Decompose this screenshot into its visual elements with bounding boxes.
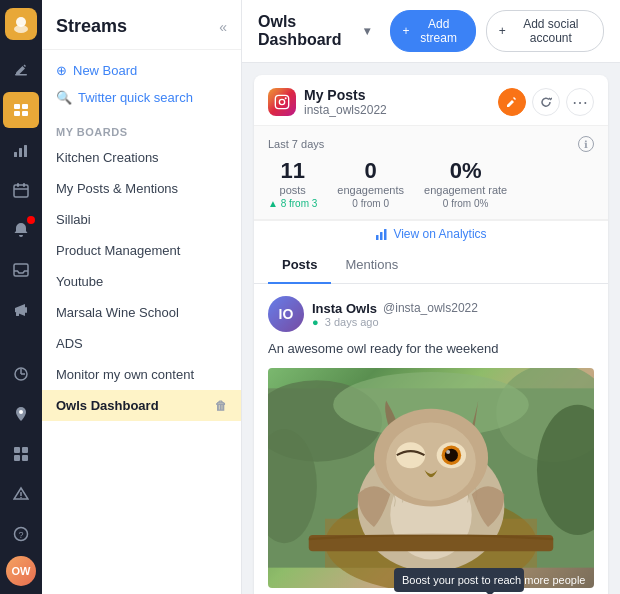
- compose-icon[interactable]: [3, 52, 39, 88]
- stat-rate-value: 0%: [424, 160, 507, 182]
- sidebar-item-marsala[interactable]: Marsala Wine School: [42, 297, 241, 328]
- refresh-stream-btn[interactable]: [532, 88, 560, 116]
- analytics-icon[interactable]: [3, 132, 39, 168]
- post-text: An awesome owl ready for the weekend: [268, 340, 594, 358]
- inbox-icon[interactable]: [3, 252, 39, 288]
- post-author-avatar: IO: [268, 296, 304, 332]
- reports-icon[interactable]: [3, 356, 39, 392]
- svg-rect-13: [14, 264, 28, 276]
- svg-rect-5: [14, 111, 20, 116]
- svg-text:?: ?: [19, 530, 24, 540]
- icon-bar: ? OW: [0, 0, 42, 594]
- svg-point-24: [20, 497, 22, 499]
- svg-point-17: [19, 410, 23, 414]
- svg-rect-31: [380, 232, 383, 240]
- plus-icon: +: [499, 24, 506, 38]
- add-social-btn[interactable]: + Add social account: [486, 10, 604, 52]
- stream-title-row: My Posts insta_owls2022: [268, 87, 387, 117]
- svg-rect-20: [14, 455, 20, 461]
- location-icon[interactable]: [3, 396, 39, 432]
- svg-point-49: [446, 450, 450, 454]
- main-content: Owls Dashboard ▾ + Add stream + Add soci…: [242, 0, 620, 594]
- instagram-icon: [268, 88, 296, 116]
- stat-rate-label: engagement rate: [424, 184, 507, 196]
- post-tabs: Posts Mentions: [254, 247, 608, 284]
- my-boards-label: MY BOARDS: [42, 118, 241, 142]
- alerts-icon[interactable]: [3, 476, 39, 512]
- view-analytics-btn[interactable]: View on Analytics: [254, 220, 608, 247]
- svg-point-29: [285, 97, 287, 99]
- topbar-chevron-icon[interactable]: ▾: [364, 24, 370, 38]
- topbar: Owls Dashboard ▾ + Add stream + Add soci…: [242, 0, 620, 63]
- svg-rect-19: [22, 447, 28, 453]
- edit-stream-btn[interactable]: [498, 88, 526, 116]
- stream-card-actions: ⋯: [498, 88, 594, 116]
- stat-engagements-value: 0: [337, 160, 404, 182]
- svg-rect-18: [14, 447, 20, 453]
- svg-rect-8: [19, 148, 22, 157]
- calendar-icon[interactable]: [3, 172, 39, 208]
- campaigns-icon[interactable]: [3, 292, 39, 328]
- new-board-btn[interactable]: ⊕ New Board: [56, 60, 227, 81]
- stats-row: 11 posts ▲ 8 from 3 0 engagements 0 from…: [268, 160, 594, 209]
- sidebar-item-ads[interactable]: ADS: [42, 328, 241, 359]
- post-image: [268, 368, 594, 588]
- stat-engagements-change: 0 from 0: [337, 198, 404, 209]
- svg-rect-15: [16, 312, 19, 316]
- svg-rect-7: [14, 152, 17, 157]
- add-stream-btn[interactable]: + Add stream: [390, 10, 476, 52]
- plus-icon: ⊕: [56, 63, 67, 78]
- content-area: My Posts insta_owls2022 ⋯ Las: [242, 63, 620, 594]
- help-icon[interactable]: ?: [3, 516, 39, 552]
- more-options-btn[interactable]: ⋯: [566, 88, 594, 116]
- svg-rect-30: [376, 235, 379, 240]
- tab-mentions[interactable]: Mentions: [331, 247, 412, 284]
- stats-section: Last 7 days ℹ 11 posts ▲ 8 from 3 0 enga…: [254, 126, 608, 220]
- post-author-name: Insta Owls: [312, 301, 377, 316]
- apps-icon[interactable]: [3, 436, 39, 472]
- svg-rect-12: [23, 183, 25, 187]
- svg-rect-9: [24, 145, 27, 157]
- sidebar-item-my-posts[interactable]: My Posts & Mentions: [42, 173, 241, 204]
- plus-icon: +: [403, 24, 410, 38]
- app-logo[interactable]: [5, 8, 37, 40]
- stat-posts-label: posts: [268, 184, 317, 196]
- notifications-icon[interactable]: [3, 212, 39, 248]
- sidebar-item-product[interactable]: Product Management: [42, 235, 241, 266]
- stream-card-header: My Posts insta_owls2022 ⋯: [254, 75, 608, 126]
- sidebar-actions: ⊕ New Board 🔍 Twitter quick search: [42, 50, 241, 118]
- svg-rect-14: [25, 307, 27, 313]
- svg-rect-11: [17, 183, 19, 187]
- topbar-title: Owls Dashboard ▾: [258, 13, 370, 49]
- delete-board-icon[interactable]: 🗑: [215, 399, 227, 413]
- boost-tooltip: Boost your post to reach more people: [394, 568, 524, 592]
- svg-rect-6: [22, 111, 28, 116]
- streams-icon[interactable]: [3, 92, 39, 128]
- stream-card-handle: insta_owls2022: [304, 103, 387, 117]
- sidebar-collapse-btn[interactable]: «: [219, 19, 227, 35]
- sidebar-item-owls[interactable]: Owls Dashboard 🗑: [42, 390, 241, 421]
- sidebar-item-youtube[interactable]: Youtube: [42, 266, 241, 297]
- sidebar-header: Streams «: [42, 0, 241, 50]
- svg-point-28: [279, 99, 284, 104]
- stat-posts-change: ▲ 8 from 3: [268, 198, 317, 209]
- stat-posts: 11 posts ▲ 8 from 3: [268, 160, 317, 209]
- stat-engagement-rate: 0% engagement rate 0 from 0%: [424, 160, 507, 209]
- notification-badge: [27, 216, 35, 224]
- search-icon: 🔍: [56, 90, 72, 105]
- stats-period-label: Last 7 days: [268, 138, 324, 150]
- svg-rect-10: [14, 185, 28, 197]
- sidebar-item-monitor[interactable]: Monitor my own content: [42, 359, 241, 390]
- stat-rate-change: 0 from 0%: [424, 198, 507, 209]
- sidebar: Streams « ⊕ New Board 🔍 Twitter quick se…: [42, 0, 242, 594]
- sidebar-item-sillabi[interactable]: Sillabi: [42, 204, 241, 235]
- stats-info-icon[interactable]: ℹ: [578, 136, 594, 152]
- tab-posts[interactable]: Posts: [268, 247, 331, 284]
- twitter-search-btn[interactable]: 🔍 Twitter quick search: [56, 87, 227, 108]
- svg-rect-4: [22, 104, 28, 109]
- user-avatar[interactable]: OW: [6, 556, 36, 586]
- sidebar-title: Streams: [56, 16, 127, 37]
- post-content: IO Insta Owls @insta_owls2022 ● 3 days a…: [254, 284, 608, 594]
- sidebar-item-kitchen[interactable]: Kitchen Creations: [42, 142, 241, 173]
- post-time: ● 3 days ago: [312, 316, 478, 328]
